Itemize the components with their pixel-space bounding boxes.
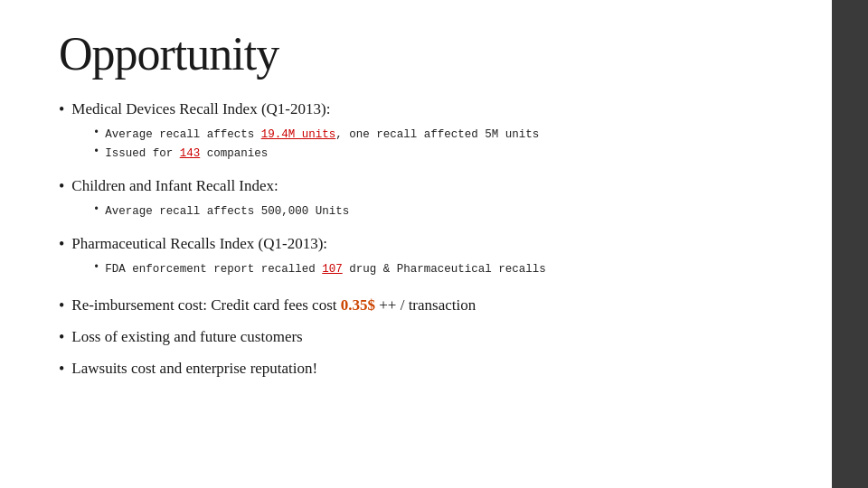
highlight-143: 143 xyxy=(180,147,201,160)
bullet-fda-text: FDA enforcement report recalled 107 drug… xyxy=(105,261,546,278)
sub-dot-3: • xyxy=(93,203,99,216)
bullet-medical-devices-main: • Medical Devices Recall Index (Q1-2013)… xyxy=(59,99,787,121)
page-title: Opportunity xyxy=(59,27,787,80)
section-medical-devices: • Medical Devices Recall Index (Q1-2013)… xyxy=(59,99,787,163)
sub-dot-4: • xyxy=(93,261,99,274)
bullet-dot-5: • xyxy=(59,295,64,317)
bullet-500k: • Average recall affects 500,000 Units xyxy=(93,203,787,221)
highlight-035: 0.35$ xyxy=(341,296,375,314)
bullet-avg-recall: • Average recall affects 19.4M units, on… xyxy=(93,127,787,144)
bullet-children-label: Children and Infant Recall Index: xyxy=(71,175,278,197)
bullet-issued: • Issued for 143 companies xyxy=(93,145,787,163)
section-pharma: • Pharmaceutical Recalls Index (Q1-2013)… xyxy=(59,233,787,278)
sidebar-decoration xyxy=(832,0,868,488)
slide: Opportunity • Medical Devices Recall Ind… xyxy=(0,0,832,488)
bullet-dot-6: • xyxy=(59,326,64,349)
bullet-reimbursement-text: Re-imbursement cost: Credit card fees co… xyxy=(71,295,476,316)
bullet-dot: • xyxy=(59,99,64,121)
bullet-loss-text: Loss of existing and future customers xyxy=(71,326,302,348)
bullet-medical-devices-label: Medical Devices Recall Index (Q1-2013): xyxy=(71,99,330,120)
bullet-lawsuits: • Lawsuits cost and enterprise reputatio… xyxy=(59,358,787,380)
sub-dot-2: • xyxy=(93,145,99,158)
bullet-avg-recall-text: Average recall affects 19.4M units, one … xyxy=(105,127,539,144)
bullet-children-main: • Children and Infant Recall Index: xyxy=(59,175,787,198)
sub-dot: • xyxy=(93,127,99,139)
bullet-issued-text: Issued for 143 companies xyxy=(105,145,268,163)
section-children-infant: • Children and Infant Recall Index: • Av… xyxy=(59,175,787,221)
highlight-107: 107 xyxy=(322,263,343,276)
content-area: • Medical Devices Recall Index (Q1-2013)… xyxy=(59,99,787,380)
bullet-reimbursement: • Re-imbursement cost: Credit card fees … xyxy=(59,295,787,317)
bullet-lawsuits-text: Lawsuits cost and enterprise reputation! xyxy=(71,358,317,380)
bullet-dot-4: • xyxy=(59,233,64,256)
bullet-pharma-label: Pharmaceutical Recalls Index (Q1-2013): xyxy=(71,233,327,255)
bullet-dot-3: • xyxy=(59,175,64,198)
highlight-19m: 19.4M units xyxy=(261,128,336,141)
section-bottom-bullets: • Re-imbursement cost: Credit card fees … xyxy=(59,295,787,381)
bullet-pharma-main: • Pharmaceutical Recalls Index (Q1-2013)… xyxy=(59,233,787,256)
bullet-dot-7: • xyxy=(59,358,64,380)
bullet-500k-text: Average recall affects 500,000 Units xyxy=(105,203,349,221)
bullet-fda: • FDA enforcement report recalled 107 dr… xyxy=(93,261,787,278)
bullet-loss: • Loss of existing and future customers xyxy=(59,326,787,349)
